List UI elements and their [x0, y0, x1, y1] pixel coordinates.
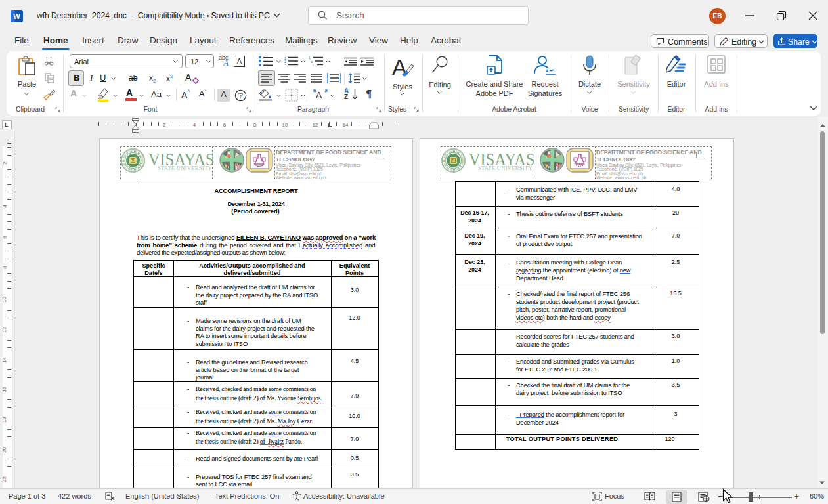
svg-text:3: 3 — [284, 63, 286, 66]
svg-text:字: 字 — [238, 93, 244, 99]
svg-text:A: A — [316, 90, 322, 100]
svg-text:W: W — [13, 12, 20, 20]
svg-text:i: i — [313, 63, 313, 66]
